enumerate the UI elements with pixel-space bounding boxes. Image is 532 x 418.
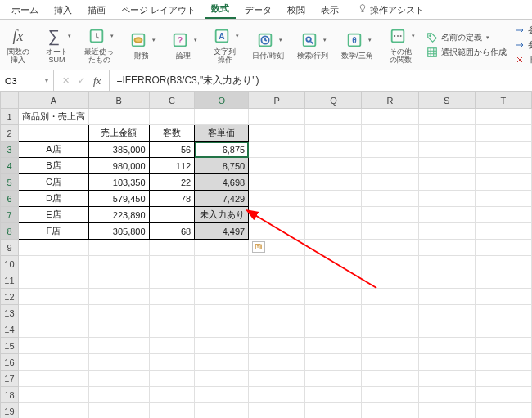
- cell-T2[interactable]: [475, 125, 531, 142]
- cell-Q9[interactable]: [305, 240, 362, 256]
- cell-C1[interactable]: [149, 109, 195, 125]
- cell-Q12[interactable]: [305, 289, 362, 305]
- cell-B1[interactable]: [88, 109, 149, 125]
- cell-B7[interactable]: 223,890: [88, 207, 149, 223]
- cell-O7[interactable]: 未入力あり: [195, 207, 249, 223]
- cell-S14[interactable]: [418, 321, 475, 338]
- cell-Q16[interactable]: [305, 354, 362, 371]
- cell-P2[interactable]: [249, 125, 305, 142]
- cell-P11[interactable]: [249, 272, 305, 289]
- cell-Q13[interactable]: [305, 305, 362, 321]
- ribbon-recent[interactable]: ▾ 最近使っ たもの: [78, 20, 120, 70]
- row-header-9[interactable]: 9: [1, 240, 19, 256]
- cell-B3[interactable]: 385,000: [88, 142, 149, 158]
- cell-P17[interactable]: [249, 371, 305, 387]
- ribbon-logical[interactable]: ?▾ 論理: [162, 20, 204, 70]
- cell-P15[interactable]: [249, 338, 305, 354]
- cell-S5[interactable]: [418, 174, 475, 191]
- cell-S12[interactable]: [418, 289, 475, 305]
- trace-dependents[interactable]: 参: [515, 39, 532, 51]
- cell-P14[interactable]: [249, 321, 305, 338]
- cell-O9[interactable]: [195, 240, 249, 256]
- cell-T13[interactable]: [475, 305, 531, 321]
- cell-C3[interactable]: 56: [149, 142, 195, 158]
- cell-R2[interactable]: [362, 125, 418, 142]
- cell-A17[interactable]: [18, 371, 88, 387]
- cell-B14[interactable]: [88, 321, 149, 338]
- cell-A3[interactable]: A店: [18, 142, 88, 158]
- cell-A18[interactable]: [18, 387, 88, 403]
- cell-R10[interactable]: [362, 256, 418, 272]
- row-header-8[interactable]: 8: [1, 223, 19, 240]
- ribbon-lookup[interactable]: ▾ 検索/行列: [291, 20, 336, 70]
- cell-C10[interactable]: [149, 256, 195, 272]
- row-header-5[interactable]: 5: [1, 174, 19, 191]
- cell-A10[interactable]: [18, 256, 88, 272]
- cell-T5[interactable]: [475, 174, 531, 191]
- cell-R4[interactable]: [362, 158, 418, 174]
- row-header-1[interactable]: 1: [1, 109, 19, 125]
- ribbon-text[interactable]: A▾ 文字列 操作: [204, 20, 246, 70]
- cell-R7[interactable]: [362, 207, 418, 223]
- cell-B5[interactable]: 103,350: [88, 174, 149, 191]
- row-header-10[interactable]: 10: [1, 256, 19, 272]
- tab-assist[interactable]: 操作アシスト: [351, 1, 431, 19]
- cell-O3[interactable]: 6,875: [195, 142, 249, 158]
- cell-O11[interactable]: [195, 272, 249, 289]
- cell-O5[interactable]: 4,698: [195, 174, 249, 191]
- cell-R9[interactable]: [362, 240, 418, 256]
- cell-C2[interactable]: 客数: [149, 125, 195, 142]
- cell-B2[interactable]: 売上金額: [88, 125, 149, 142]
- cell-T16[interactable]: [475, 354, 531, 371]
- tab-formulas[interactable]: 数式: [205, 0, 236, 19]
- col-header-Q[interactable]: Q: [305, 92, 362, 109]
- cell-A15[interactable]: [18, 338, 88, 354]
- tab-review[interactable]: 校閲: [281, 2, 312, 19]
- cell-C14[interactable]: [149, 321, 195, 338]
- cell-A5[interactable]: C店: [18, 174, 88, 191]
- cell-T4[interactable]: [475, 158, 531, 174]
- cell-C19[interactable]: [149, 403, 195, 419]
- cell-A7[interactable]: E店: [18, 207, 88, 223]
- cell-O8[interactable]: 4,497: [195, 223, 249, 240]
- row-header-14[interactable]: 14: [1, 321, 19, 338]
- cell-R17[interactable]: [362, 371, 418, 387]
- cell-A6[interactable]: D店: [18, 191, 88, 207]
- spreadsheet-grid[interactable]: ABCOPQRST1商品別・売上高2売上金額客数客単価3A店385,000566…: [0, 92, 532, 418]
- row-header-15[interactable]: 15: [1, 338, 19, 354]
- cell-R16[interactable]: [362, 354, 418, 371]
- cell-R12[interactable]: [362, 289, 418, 305]
- col-header-A[interactable]: A: [18, 92, 88, 109]
- cell-S15[interactable]: [418, 338, 475, 354]
- cell-Q17[interactable]: [305, 371, 362, 387]
- row-header-3[interactable]: 3: [1, 142, 19, 158]
- col-header-O[interactable]: O: [195, 92, 249, 109]
- cell-B17[interactable]: [88, 371, 149, 387]
- cell-C6[interactable]: 78: [149, 191, 195, 207]
- remove-arrows[interactable]: トレ: [515, 54, 532, 65]
- ribbon-datetime[interactable]: ▾ 日付/時刻: [246, 20, 291, 70]
- cell-T11[interactable]: [475, 272, 531, 289]
- col-header-P[interactable]: P: [249, 92, 305, 109]
- row-header-6[interactable]: 6: [1, 191, 19, 207]
- cell-R5[interactable]: [362, 174, 418, 191]
- ribbon-autosum[interactable]: ∑▾ オート SUM: [36, 20, 78, 70]
- cell-O4[interactable]: 8,750: [195, 158, 249, 174]
- cell-C15[interactable]: [149, 338, 195, 354]
- col-header-C[interactable]: C: [149, 92, 195, 109]
- cell-B13[interactable]: [88, 305, 149, 321]
- cell-T15[interactable]: [475, 338, 531, 354]
- cell-S8[interactable]: [418, 223, 475, 240]
- cell-T14[interactable]: [475, 321, 531, 338]
- row-header-2[interactable]: 2: [1, 125, 19, 142]
- cell-S6[interactable]: [418, 191, 475, 207]
- cell-P16[interactable]: [249, 354, 305, 371]
- cell-P12[interactable]: [249, 289, 305, 305]
- cell-C5[interactable]: 22: [149, 174, 195, 191]
- cell-S2[interactable]: [418, 125, 475, 142]
- cell-S3[interactable]: [418, 142, 475, 158]
- cell-T3[interactable]: [475, 142, 531, 158]
- cell-B4[interactable]: 980,000: [88, 158, 149, 174]
- tab-data[interactable]: データ: [238, 2, 278, 19]
- cell-Q18[interactable]: [305, 387, 362, 403]
